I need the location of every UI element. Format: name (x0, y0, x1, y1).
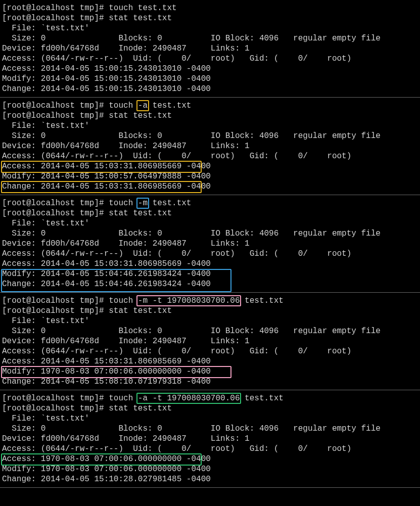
stat-access: Access: 2014-04-05 15:03:31.806985669 -0… (2, 259, 420, 269)
stat-device: Device: fd00h/64768d Inode: 2490487 Link… (2, 239, 420, 249)
stat-change: Change: 2014-04-05 15:10:28.027981485 -0… (2, 474, 420, 484)
prompt-prefix: [root@localhost tmp]# touch (2, 394, 138, 403)
prompt-stat: [root@localhost tmp]# stat test.txt (2, 403, 420, 413)
stat-file: File: `test.txt' (2, 121, 420, 131)
touch-flag: -a (138, 101, 148, 111)
prompt-stat: [root@localhost tmp]# stat test.txt (2, 208, 420, 218)
stat-device: Device: fd00h/64768d Inode: 2490487 Link… (2, 434, 420, 444)
touch-flag: -a -t 197008030700.06 (138, 393, 240, 403)
stat-permissions: Access: (0644/-rw-r--r--) Uid: ( 0/ root… (2, 249, 420, 259)
stat-device: Device: fd00h/64768d Inode: 2490487 Link… (2, 43, 420, 54)
flag-highlight (136, 393, 242, 404)
output-block-3: [root@localhost tmp]# touch -m -t 197008… (0, 293, 420, 390)
stat-size: Size: 0 Blocks: 0 IO Block: 4096 regular… (2, 131, 420, 141)
stat-modify: Modify: 1970-08-03 07:00:06.000000000 -0… (2, 464, 420, 474)
output-block-1: [root@localhost tmp]# touch -a test.txt[… (0, 98, 420, 195)
prompt-touch: [root@localhost tmp]# touch -m -t 197008… (2, 296, 420, 306)
touch-flag: -m -t 197008030700.06 (138, 296, 240, 306)
stat-change: Change: 2014-04-05 15:00:15.243013010 -0… (2, 84, 420, 94)
prompt-touch: [root@localhost tmp]# touch -a test.txt (2, 101, 420, 111)
stat-modify: Modify: 1970-08-03 07:00:06.000000000 -0… (2, 366, 420, 377)
prompt-touch: [root@localhost tmp]# touch -m test.txt (2, 198, 420, 208)
stat-file: File: `test.txt' (2, 316, 420, 326)
flag-highlight (136, 295, 242, 306)
terminal-output: [root@localhost tmp]# touch test.txt[roo… (0, 0, 420, 488)
stat-change: Change: 2014-04-05 15:03:31.806985669 -0… (2, 181, 420, 192)
prompt-touch: [root@localhost tmp]# touch -a -t 197008… (2, 393, 420, 403)
stat-change: Change: 2014-04-05 15:04:46.261983424 -0… (2, 279, 420, 289)
stat-size: Size: 0 Blocks: 0 IO Block: 4096 regular… (2, 33, 420, 43)
stat-file: File: `test.txt' (2, 218, 420, 228)
prompt-prefix: [root@localhost tmp]# touch (2, 199, 138, 208)
prompt-suffix: test.txt (148, 199, 191, 208)
prompt-prefix: [root@localhost tmp]# touch (2, 296, 138, 305)
stat-modify: Modify: 2014-04-05 15:00:57.064979888 -0… (2, 171, 420, 181)
prompt-stat: [root@localhost tmp]# stat test.txt (2, 306, 420, 316)
stat-permissions: Access: (0644/-rw-r--r--) Uid: ( 0/ root… (2, 54, 420, 64)
stat-permissions: Access: (0644/-rw-r--r--) Uid: ( 0/ root… (2, 444, 420, 454)
stat-file: File: `test.txt' (2, 413, 420, 424)
stat-modify: Modify: 2014-04-05 15:00:15.243013010 -0… (2, 74, 420, 84)
stat-change: Change: 2014-04-05 15:08:10.071979318 -0… (2, 377, 420, 387)
stat-access: Access: 2014-04-05 15:03:31.806985669 -0… (2, 161, 420, 171)
flag-highlight (136, 100, 149, 111)
stat-access: Access: 1970-08-03 07:00:06.000000000 -0… (2, 454, 420, 464)
flag-highlight (136, 198, 149, 209)
prompt-suffix: test.txt (240, 394, 283, 403)
output-block-0: [root@localhost tmp]# touch test.txt[roo… (0, 0, 420, 98)
output-block-4: [root@localhost tmp]# touch -a -t 197008… (0, 390, 420, 488)
stat-permissions: Access: (0644/-rw-r--r--) Uid: ( 0/ root… (2, 346, 420, 356)
stat-size: Size: 0 Blocks: 0 IO Block: 4096 regular… (2, 228, 420, 239)
stat-device: Device: fd00h/64768d Inode: 2490487 Link… (2, 336, 420, 346)
prompt-stat: [root@localhost tmp]# stat test.txt (2, 111, 420, 121)
stat-permissions: Access: (0644/-rw-r--r--) Uid: ( 0/ root… (2, 151, 420, 161)
touch-flag: -m (138, 198, 148, 208)
output-block-2: [root@localhost tmp]# touch -m test.txt[… (0, 195, 420, 293)
stat-access: Access: 2014-04-05 15:00:15.243013010 -0… (2, 64, 420, 74)
highlight-box (1, 181, 202, 193)
stat-size: Size: 0 Blocks: 0 IO Block: 4096 regular… (2, 326, 420, 336)
prompt-touch: [root@localhost tmp]# touch test.txt (2, 3, 420, 13)
stat-size: Size: 0 Blocks: 0 IO Block: 4096 regular… (2, 424, 420, 434)
prompt-suffix: test.txt (148, 101, 191, 110)
stat-modify: Modify: 2014-04-05 15:04:46.261983424 -0… (2, 269, 420, 279)
stat-device: Device: fd00h/64768d Inode: 2490487 Link… (2, 141, 420, 151)
stat-file: File: `test.txt' (2, 23, 420, 33)
prompt-prefix: [root@localhost tmp]# touch (2, 101, 138, 110)
stat-access: Access: 2014-04-05 15:03:31.806985669 -0… (2, 356, 420, 366)
prompt-suffix: test.txt (240, 296, 283, 305)
prompt-stat: [root@localhost tmp]# stat test.txt (2, 13, 420, 23)
